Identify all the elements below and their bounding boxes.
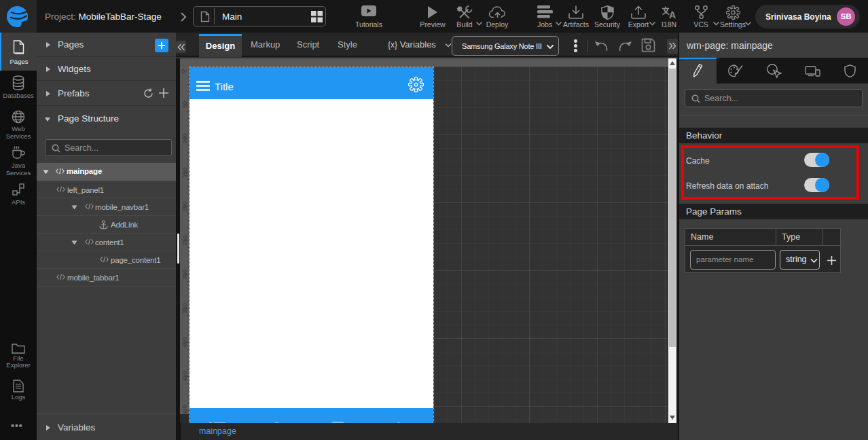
svg-text:A: A — [669, 10, 676, 19]
